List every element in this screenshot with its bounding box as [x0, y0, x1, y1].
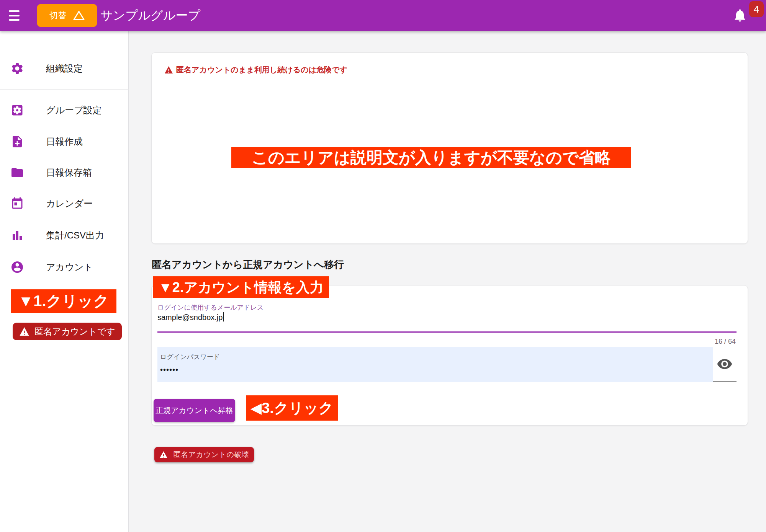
- sidebar-item-label: 日報作成: [46, 132, 83, 151]
- folder-icon: [10, 166, 24, 180]
- email-label: ログインに使用するメールアドレス: [157, 303, 264, 312]
- note-add-icon: [10, 135, 24, 149]
- calendar-icon: [10, 197, 24, 211]
- account-form-card: ログインに使用するメールアドレス sample@sndbox.jp 16 / 6…: [151, 285, 748, 426]
- danger-warning: 匿名アカウントのまま利用し続けるのは危険です: [164, 65, 347, 75]
- sidebar-item-create-daily-report[interactable]: 日報作成: [0, 132, 129, 151]
- notification-bell-icon[interactable]: [732, 8, 748, 23]
- password-label: ログインパスワード: [160, 352, 713, 361]
- section-title: 匿名アカウントから正規アカウントへ移行: [152, 258, 344, 271]
- danger-warning-text: 匿名アカウントのまま利用し続けるのは危険です: [176, 65, 347, 75]
- sidebar-item-label: グループ設定: [46, 101, 102, 119]
- password-field: ログインパスワード ••••••: [157, 347, 737, 382]
- text-cursor: [223, 312, 224, 321]
- sidebar-item-report-storage[interactable]: 日報保存箱: [0, 163, 129, 182]
- annotation-step1: ▼1.クリック: [11, 289, 116, 313]
- app-root: 切替 サンプルグループ 4 組織設定 グループ設定: [0, 0, 766, 532]
- sidebar-item-label: 集計/CSV出力: [46, 226, 104, 245]
- password-input-value: ••••••: [160, 366, 713, 374]
- sidebar: 組織設定 グループ設定 日報作成 日報保存箱 カレンダー: [0, 31, 129, 532]
- warning-triangle-icon: [159, 451, 168, 459]
- notification-badge: 4: [749, 1, 764, 17]
- switch-button[interactable]: 切替: [37, 4, 97, 27]
- password-suffix: [713, 347, 737, 382]
- sidebar-item-csv-export[interactable]: 集計/CSV出力: [0, 226, 129, 245]
- sidebar-item-label: カレンダー: [46, 194, 93, 213]
- bar-chart-icon: [10, 228, 24, 242]
- info-card: 匿名アカウントのまま利用し続けるのは危険です このエリアは説明文が入りますが不要…: [151, 52, 748, 244]
- annotation-step2: ▼2.アカウント情報を入力: [153, 276, 329, 298]
- email-char-counter: 16 / 64: [715, 338, 736, 346]
- sidebar-item-calendar[interactable]: カレンダー: [0, 194, 129, 213]
- sidebar-item-group-settings[interactable]: グループ設定: [0, 101, 129, 119]
- anonymous-account-badge-label: 匿名アカウントです: [34, 326, 115, 338]
- password-input[interactable]: ログインパスワード ••••••: [157, 347, 713, 382]
- gear-icon: [10, 62, 24, 75]
- switch-button-label: 切替: [49, 10, 66, 21]
- warning-triangle-icon: [164, 66, 173, 74]
- anonymous-account-badge: 匿名アカウントです: [13, 323, 122, 340]
- sidebar-item-label: 日報保存箱: [46, 163, 92, 182]
- omitted-description-banner: このエリアは説明文が入りますが不要なので省略: [231, 147, 631, 168]
- email-field-underline: [157, 331, 737, 333]
- menu-icon[interactable]: [9, 10, 20, 21]
- sidebar-item-label: 組織設定: [46, 59, 83, 78]
- sidebar-divider: [0, 89, 129, 90]
- warning-triangle-icon: [19, 327, 29, 336]
- promote-account-button[interactable]: 正規アカウントへ昇格: [154, 399, 235, 422]
- sidebar-item-organization-settings[interactable]: 組織設定: [0, 59, 129, 78]
- gear-square-icon: [10, 103, 24, 117]
- page-title: サンプルグループ: [100, 0, 200, 31]
- sidebar-item-label: アカウント: [46, 258, 93, 276]
- destroy-account-button[interactable]: 匿名アカウントの破壊: [154, 447, 254, 462]
- app-header: 切替 サンプルグループ 4: [0, 0, 766, 31]
- email-input[interactable]: sample@sndbox.jp: [157, 312, 224, 322]
- email-input-value: sample@sndbox.jp: [157, 313, 223, 321]
- warning-triangle-outline-icon: [73, 10, 85, 21]
- toggle-password-visibility-icon[interactable]: [717, 356, 733, 372]
- sidebar-item-account[interactable]: アカウント: [0, 258, 129, 276]
- annotation-step3: ◀3.クリック: [246, 395, 338, 421]
- account-circle-icon: [10, 260, 24, 274]
- destroy-account-button-label: 匿名アカウントの破壊: [173, 450, 249, 460]
